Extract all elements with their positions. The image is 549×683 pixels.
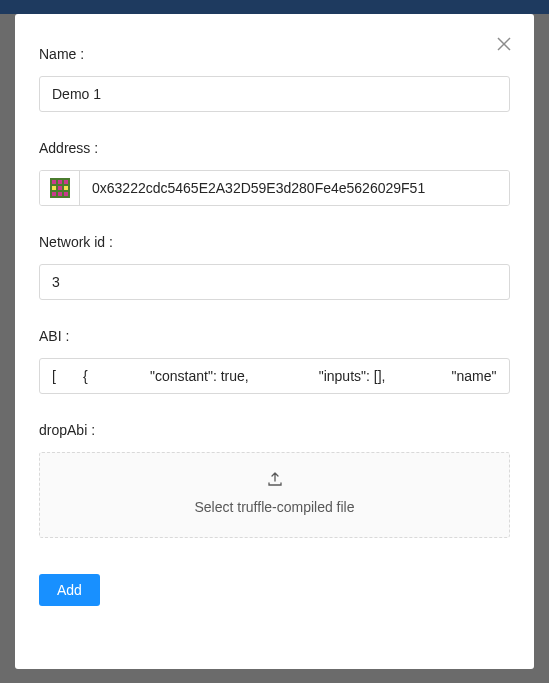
svg-rect-7 (58, 186, 62, 190)
identicon-box (40, 171, 80, 205)
svg-rect-8 (64, 186, 68, 190)
header-strip (0, 0, 549, 14)
close-icon (497, 37, 511, 51)
svg-rect-6 (52, 186, 56, 190)
networkid-label: Network id : (39, 234, 510, 250)
dropzone-text: Select truffle-compiled file (194, 499, 354, 515)
networkid-group: Network id : (39, 234, 510, 300)
address-wrapper (39, 170, 510, 206)
svg-rect-10 (58, 192, 62, 196)
add-button[interactable]: Add (39, 574, 100, 606)
networkid-input[interactable] (39, 264, 510, 300)
abi-group: ABI : (39, 328, 510, 394)
address-group: Address : (39, 140, 510, 206)
dropzone[interactable]: Select truffle-compiled file (39, 452, 510, 538)
dropabi-label: dropAbi : (39, 422, 510, 438)
name-label: Name : (39, 46, 510, 62)
svg-rect-9 (52, 192, 56, 196)
name-group: Name : (39, 46, 510, 112)
abi-input[interactable] (39, 358, 510, 394)
upload-icon (267, 471, 283, 491)
modal-dialog: Name : Address : (15, 14, 534, 669)
dropabi-group: dropAbi : Select truffle-compiled file (39, 422, 510, 538)
abi-label: ABI : (39, 328, 510, 344)
svg-rect-4 (58, 180, 62, 184)
name-input[interactable] (39, 76, 510, 112)
close-button[interactable] (494, 34, 514, 54)
svg-rect-5 (64, 180, 68, 184)
address-identicon-icon (50, 178, 70, 198)
address-label: Address : (39, 140, 510, 156)
svg-rect-3 (52, 180, 56, 184)
svg-rect-11 (64, 192, 68, 196)
address-input[interactable] (80, 171, 509, 205)
